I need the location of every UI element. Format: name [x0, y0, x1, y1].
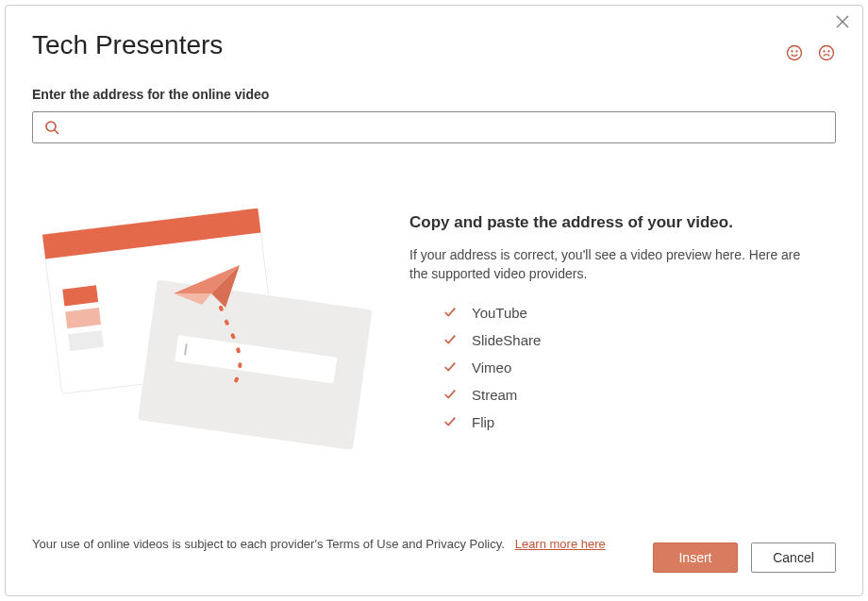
smile-icon[interactable]	[785, 43, 804, 62]
svg-point-8	[46, 122, 56, 131]
provider-item: Stream	[443, 387, 836, 403]
provider-label: Flip	[472, 414, 494, 430]
check-icon	[443, 388, 457, 401]
svg-point-4	[796, 51, 797, 52]
terms-static: Your use of online videos is subject to …	[32, 537, 505, 551]
cancel-button[interactable]: Cancel	[751, 543, 836, 573]
dialog-title: Tech Presenters	[32, 30, 836, 60]
dialog-buttons: Insert Cancel	[653, 543, 836, 573]
provider-label: YouTube	[472, 305, 527, 321]
insert-online-video-dialog: Tech Presenters Enter the address for th…	[5, 5, 863, 596]
svg-point-5	[820, 46, 834, 60]
svg-point-7	[828, 51, 829, 52]
svg-point-2	[788, 46, 802, 60]
provider-item: SlideShare	[443, 332, 836, 348]
dialog-footer: Your use of online videos is subject to …	[32, 535, 836, 573]
info-column: Copy and paste the address of your video…	[409, 185, 836, 492]
info-subtext: If your address is correct, you'll see a…	[409, 245, 815, 284]
feedback-icons	[785, 43, 836, 62]
terms-text: Your use of online videos is subject to …	[32, 535, 606, 554]
address-input[interactable]	[67, 119, 824, 136]
address-input-container[interactable]	[32, 111, 836, 143]
learn-more-link[interactable]: Learn more here	[515, 537, 606, 551]
svg-line-9	[55, 130, 58, 134]
check-icon	[443, 360, 457, 374]
check-icon	[443, 306, 457, 319]
provider-item: YouTube	[443, 305, 836, 321]
provider-label: Vimeo	[472, 359, 511, 376]
provider-label: Stream	[472, 387, 517, 403]
insert-button[interactable]: Insert	[653, 543, 738, 573]
info-heading: Copy and paste the address of your video…	[409, 213, 836, 232]
frown-icon[interactable]	[817, 43, 836, 62]
provider-item: Vimeo	[443, 359, 836, 376]
check-icon	[443, 415, 457, 428]
provider-list: YouTube SlideShare Vimeo Stream Flip	[443, 305, 836, 430]
illustration	[32, 185, 381, 492]
close-icon[interactable]	[834, 13, 851, 30]
address-prompt-label: Enter the address for the online video	[32, 87, 269, 102]
check-icon	[443, 333, 457, 346]
search-icon	[44, 120, 59, 135]
content-row: Copy and paste the address of your video…	[32, 185, 836, 492]
provider-item: Flip	[443, 414, 836, 430]
svg-point-6	[824, 51, 825, 52]
svg-point-3	[792, 51, 793, 52]
dialog-header: Tech Presenters	[32, 30, 836, 60]
provider-label: SlideShare	[472, 332, 541, 348]
